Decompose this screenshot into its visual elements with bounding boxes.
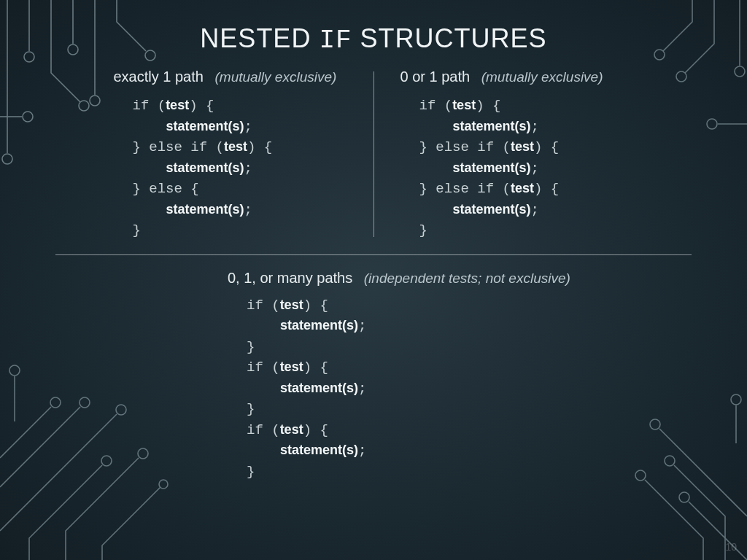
heading-bottom: 0, 1, or many paths (independent tests; … xyxy=(228,270,570,287)
code-block-bottom: if (test) { statement(s); } if (test) { … xyxy=(228,295,366,483)
heading-right-text: 0 or 1 path xyxy=(400,69,471,85)
slide-title: NESTED IF STRUCTURES xyxy=(23,23,724,55)
title-pre: NESTED xyxy=(200,23,319,53)
heading-bottom-note: (independent tests; not exclusive) xyxy=(364,271,570,286)
heading-left-text: exactly 1 path xyxy=(114,69,204,85)
heading-right: 0 or 1 path (mutually exclusive) xyxy=(400,69,649,85)
heading-bottom-text: 0, 1, or many paths xyxy=(228,270,352,286)
horizontal-divider xyxy=(55,254,692,255)
code-block-left: if (test) { statement(s); } else if (tes… xyxy=(114,96,356,241)
heading-left-note: (mutually exclusive) xyxy=(214,69,336,85)
page-number: 10 xyxy=(725,541,737,553)
heading-left: exactly 1 path (mutually exclusive) xyxy=(114,69,356,85)
code-block-right: if (test) { statement(s); } else if (tes… xyxy=(400,96,649,241)
column-0-or-1-path: 0 or 1 path (mutually exclusive) if (tes… xyxy=(374,69,666,241)
title-mono: IF xyxy=(319,26,352,55)
title-post: STRUCTURES xyxy=(352,23,547,53)
slide-container: NESTED IF STRUCTURES exactly 1 path (mut… xyxy=(0,0,747,560)
column-0-1-or-many-paths: 0, 1, or many paths (independent tests; … xyxy=(23,270,724,483)
heading-right-note: (mutually exclusive) xyxy=(481,69,603,85)
top-row: exactly 1 path (mutually exclusive) if (… xyxy=(23,69,724,241)
column-exactly-1-path: exactly 1 path (mutually exclusive) if (… xyxy=(82,69,374,241)
